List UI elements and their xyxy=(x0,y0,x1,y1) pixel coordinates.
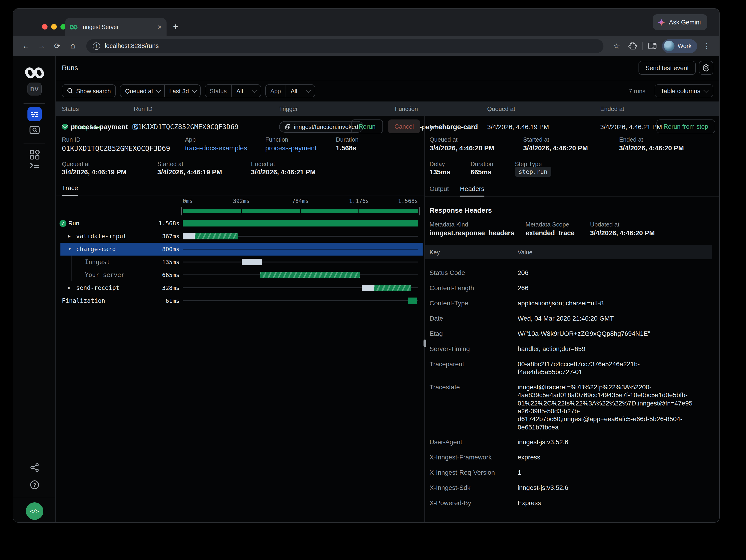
browser-tab-bar: Inngest Server ✕ + Ask Gemini xyxy=(13,9,719,36)
trace-row-run[interactable]: ✓ Run 1.568s xyxy=(56,217,424,230)
sidebar-item-apps[interactable] xyxy=(29,149,40,160)
trace-duration: 800ms xyxy=(130,246,179,253)
collapse-chevron-icon[interactable] xyxy=(62,122,68,129)
check-circle-icon: ✓ xyxy=(59,220,66,227)
status-filter[interactable]: Status All xyxy=(205,84,261,97)
dev-mode-button[interactable]: </> xyxy=(26,502,43,520)
runs-list-icon xyxy=(30,110,39,119)
sidebar-item-help[interactable]: ? xyxy=(29,480,39,490)
duration-value: 1.568s xyxy=(336,144,356,152)
app-filter[interactable]: App All xyxy=(265,84,315,97)
workspace-badge[interactable]: DV xyxy=(27,83,41,95)
tab-close-icon[interactable]: ✕ xyxy=(157,24,162,30)
side-panel-search-icon[interactable] xyxy=(647,42,658,50)
trace-name: charge-card xyxy=(76,246,116,253)
function-link[interactable]: process-payment xyxy=(265,144,316,152)
sidebar-divider xyxy=(24,103,45,104)
trace-duration: 61ms xyxy=(130,297,179,304)
step-duration-label: Duration xyxy=(470,160,493,168)
run-id-label: Run ID xyxy=(62,136,81,143)
time-range-value: Last 3d xyxy=(169,87,189,94)
address-bar[interactable]: i localhost:8288/runs xyxy=(86,39,603,53)
sidebar-item-terminal[interactable] xyxy=(29,161,40,170)
show-search-label: Show search xyxy=(76,87,111,94)
settings-gear-button[interactable] xyxy=(699,61,713,75)
trace-row-validate-input[interactable]: ▶ validate-input 367ms xyxy=(56,230,424,243)
inngest-dev-server-app: DV xyxy=(13,56,719,523)
ask-gemini-button[interactable]: Ask Gemini xyxy=(653,14,707,30)
reload-icon[interactable]: ⟳ xyxy=(51,41,63,50)
chevron-down-icon xyxy=(306,88,312,93)
trace-bar-segment-light xyxy=(362,285,374,291)
run-detail-split: process-payment Rerun Cancel Run I xyxy=(56,116,719,523)
sidebar-item-inspect[interactable] xyxy=(29,125,40,135)
header-row-traceparent: Traceparent00-a8bc2f17c4ccce87cc7376e524… xyxy=(425,357,712,380)
header-row-x-inngest-sdk: X-Inngest-Sdkinngest-js:v3.52.6 xyxy=(425,480,712,496)
collapse-chevron-icon[interactable] xyxy=(430,122,436,129)
trace-row-finalization[interactable]: Finalization 61ms xyxy=(56,294,424,307)
page-header: Runs Send test event xyxy=(56,56,719,80)
trace-row-charge-card[interactable]: ▼ charge-card 800ms xyxy=(56,243,424,256)
ended-at-label: Ended at xyxy=(251,160,275,168)
browser-toolbar: ← → ⟳ ⌂ i localhost:8288/runs ☆ Work ⋮ xyxy=(13,36,719,56)
trace-row-your-server[interactable]: Your server 665ms xyxy=(56,268,424,282)
app-filter-value: All xyxy=(291,87,297,94)
site-info-icon[interactable]: i xyxy=(93,42,100,50)
header-row-x-inngest-framework: X-Inngest-Frameworkexpress xyxy=(425,450,712,465)
close-window-button[interactable] xyxy=(42,24,48,30)
sidebar-item-share[interactable] xyxy=(30,463,39,472)
trace-waterfall: ✓ Run 1.568s ▶ validate-input 367ms xyxy=(56,217,424,307)
url-text: localhost:8288/runs xyxy=(105,42,159,49)
tab-headers[interactable]: Headers xyxy=(460,185,484,197)
header-row-content-type: Content-Typeapplication/json; charset=ut… xyxy=(425,296,712,311)
external-link-icon[interactable] xyxy=(132,123,139,130)
trace-bar-segment-hatch xyxy=(260,272,360,278)
metadata-scope-label: Metadata Scope xyxy=(525,221,569,228)
caret-right-icon[interactable]: ▶ xyxy=(68,234,70,238)
browser-tab[interactable]: Inngest Server ✕ xyxy=(65,18,167,36)
back-icon[interactable]: ← xyxy=(20,42,32,50)
rerun-button[interactable]: Rerun xyxy=(351,119,383,133)
sidebar-item-runs[interactable] xyxy=(27,107,41,121)
home-icon[interactable]: ⌂ xyxy=(67,41,79,51)
trace-bar-segment-hatch xyxy=(374,285,411,291)
send-test-event-button[interactable]: Send test event xyxy=(638,61,696,75)
forward-icon[interactable]: → xyxy=(35,42,48,50)
trace-row-inngest-delay[interactable]: Inngest 135ms xyxy=(56,256,424,268)
column-function: Function xyxy=(395,105,418,112)
timeline-start-tick xyxy=(181,207,182,215)
tab-output[interactable]: Output xyxy=(430,185,449,197)
show-search-button[interactable]: Show search xyxy=(62,84,116,97)
app-sidebar: DV xyxy=(13,56,56,523)
response-headers-heading: Response Headers xyxy=(430,206,492,214)
caret-down-icon[interactable]: ▼ xyxy=(68,247,71,251)
caret-right-icon[interactable]: ▶ xyxy=(68,286,70,290)
tab-trace[interactable]: Trace xyxy=(62,184,78,196)
browser-profile-chip[interactable]: Work xyxy=(662,39,697,53)
header-row-server-timing: Server-Timinghandler, action;dur=659 xyxy=(425,341,712,357)
step-queued-label: Queued at xyxy=(430,136,457,143)
timeline-end-tick xyxy=(419,207,420,215)
bookmark-star-icon[interactable]: ☆ xyxy=(611,41,623,50)
axis-tick: 1.176s xyxy=(349,198,369,204)
trace-duration: 328ms xyxy=(130,284,179,291)
minimize-window-button[interactable] xyxy=(51,24,57,30)
trace-row-send-receipt[interactable]: ▶ send-receipt 328ms xyxy=(56,282,424,294)
app-link[interactable]: trace-docs-examples xyxy=(185,144,247,152)
timeline-minimap[interactable] xyxy=(183,209,418,213)
column-trigger: Trigger xyxy=(279,105,298,112)
queued-at-range-filter[interactable]: Queued at Last 3d xyxy=(120,84,200,97)
trace-name: Run xyxy=(68,220,79,227)
cancel-button[interactable]: Cancel xyxy=(388,119,420,133)
browser-menu-kebab-icon[interactable]: ⋮ xyxy=(701,41,713,50)
column-value: Value xyxy=(518,248,533,256)
column-ended-at: Ended at xyxy=(600,105,624,112)
timeline-axis: 0ms 392ms 784ms 1.176s 1.568s xyxy=(183,198,418,205)
table-columns-label: Table columns xyxy=(660,87,700,94)
new-tab-button[interactable]: + xyxy=(173,21,178,33)
rerun-from-step-button[interactable]: Rerun from step xyxy=(657,119,715,133)
table-columns-button[interactable]: Table columns xyxy=(654,84,713,97)
extensions-icon[interactable] xyxy=(627,41,638,51)
column-queued-at: Queued at xyxy=(487,105,515,112)
app-label: App xyxy=(185,136,196,143)
